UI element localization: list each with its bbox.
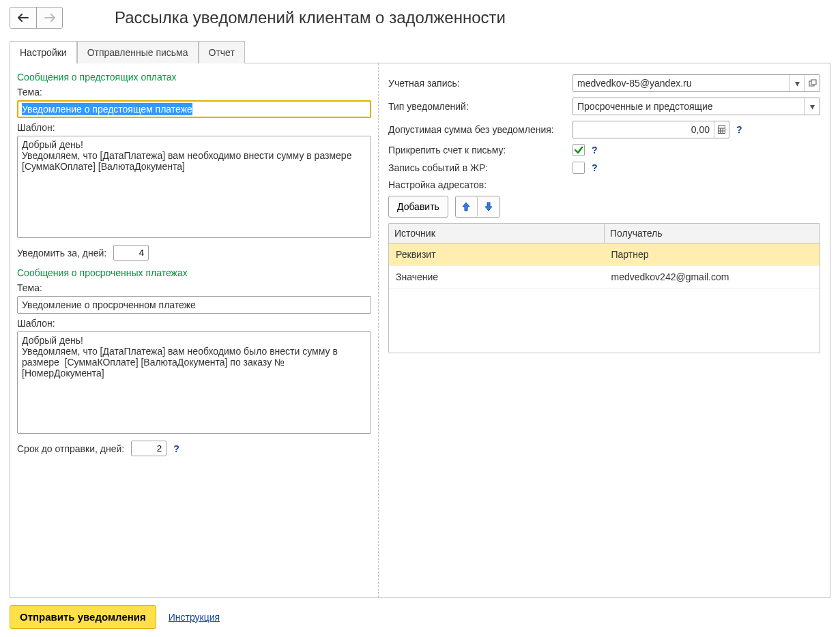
attach-label: Прикрепить счет к письму:	[388, 145, 566, 155]
back-button[interactable]	[10, 8, 36, 28]
table-row[interactable]: Реквизит Партнер	[389, 243, 820, 266]
forward-button[interactable]	[36, 8, 62, 28]
nav-buttons	[10, 7, 63, 29]
help-icon[interactable]: ?	[592, 162, 598, 173]
grid-cell-source: Значение	[389, 266, 605, 288]
arrow-down-icon	[484, 202, 493, 211]
upcoming-template-label: Шаблон:	[17, 122, 371, 133]
threshold-value: 0,00	[573, 121, 714, 138]
tabs: Настройки Отправленные письма Отчет	[10, 41, 830, 63]
recipients-label: Настройка адресатов:	[388, 179, 820, 190]
log-checkbox[interactable]	[573, 162, 585, 174]
upcoming-subject-label: Тема:	[17, 87, 371, 98]
tab-sent[interactable]: Отправленные письма	[77, 41, 199, 63]
notify-days-label: Уведомить за, дней:	[17, 248, 106, 258]
overdue-template-label: Шаблон:	[17, 318, 371, 329]
upcoming-subject-input[interactable]: Уведомление о предстоящем платеже	[17, 100, 371, 118]
grid-cell-recipient: medvedkov242@gmail.com	[605, 266, 820, 288]
recipients-grid: Источник Получатель Реквизит Партнер Зна…	[388, 223, 820, 353]
instruction-link[interactable]: Инструкция	[169, 612, 220, 623]
page-title: Рассылка уведомлений клиентам о задолжен…	[115, 8, 506, 27]
overdue-section-header: Сообщения о просроченных платежах	[17, 267, 371, 278]
move-down-button[interactable]	[478, 196, 499, 217]
grid-col-source[interactable]: Источник	[389, 224, 605, 243]
svg-rect-1	[811, 80, 816, 85]
threshold-label: Допустимая сумма без уведомления:	[388, 124, 566, 135]
type-label: Тип уведомлений:	[388, 101, 566, 112]
arrow-right-icon	[44, 14, 55, 22]
table-row[interactable]: Значение medvedkov242@gmail.com	[389, 266, 820, 288]
account-label: Учетная запись:	[388, 78, 566, 89]
open-external-icon[interactable]	[805, 75, 820, 91]
add-button[interactable]: Добавить	[388, 196, 448, 218]
chevron-down-icon[interactable]: ▾	[805, 98, 820, 115]
chevron-down-icon[interactable]: ▾	[790, 75, 805, 91]
arrow-left-icon	[18, 14, 29, 22]
send-button[interactable]: Отправить уведомления	[10, 605, 156, 629]
overdue-template-input[interactable]: Добрый день! Уведомляем, что [ДатаПлатеж…	[17, 331, 371, 434]
overdue-subject-label: Тема:	[17, 282, 371, 293]
help-icon[interactable]: ?	[736, 124, 742, 135]
grid-cell-recipient: Партнер	[605, 243, 820, 265]
check-icon	[574, 145, 583, 155]
threshold-input[interactable]: 0,00	[573, 121, 729, 138]
help-icon[interactable]: ?	[173, 443, 179, 454]
svg-rect-2	[719, 126, 725, 134]
attach-checkbox[interactable]	[573, 144, 585, 156]
tab-settings[interactable]: Настройки	[10, 41, 77, 63]
grid-cell-source: Реквизит	[389, 243, 605, 265]
tab-report[interactable]: Отчет	[199, 41, 245, 63]
send-days-input[interactable]	[131, 441, 166, 456]
account-value: medvedkov-85@yandex.ru	[573, 75, 790, 91]
overdue-subject-input[interactable]: Уведомление о просроченном платеже	[17, 296, 371, 314]
upcoming-template-input[interactable]: Добрый день! Уведомляем, что [ДатаПлатеж…	[17, 136, 371, 238]
send-days-label: Срок до отправки, дней:	[17, 443, 124, 454]
move-up-button[interactable]	[456, 196, 478, 217]
upcoming-subject-text: Уведомление о предстоящем платеже	[22, 103, 192, 115]
upcoming-section-header: Сообщения о предстоящих оплатах	[17, 72, 371, 83]
notify-days-input[interactable]	[113, 245, 149, 261]
type-select[interactable]: Просроченные и предстоящие ▾	[573, 98, 820, 115]
calculator-icon[interactable]	[714, 121, 729, 138]
log-label: Запись событий в ЖР:	[388, 162, 566, 173]
type-value: Просроченные и предстоящие	[573, 98, 805, 115]
account-select[interactable]: medvedkov-85@yandex.ru ▾	[573, 74, 820, 92]
grid-col-recipient[interactable]: Получатель	[605, 224, 820, 243]
arrow-up-icon	[462, 202, 470, 211]
help-icon[interactable]: ?	[592, 145, 598, 155]
